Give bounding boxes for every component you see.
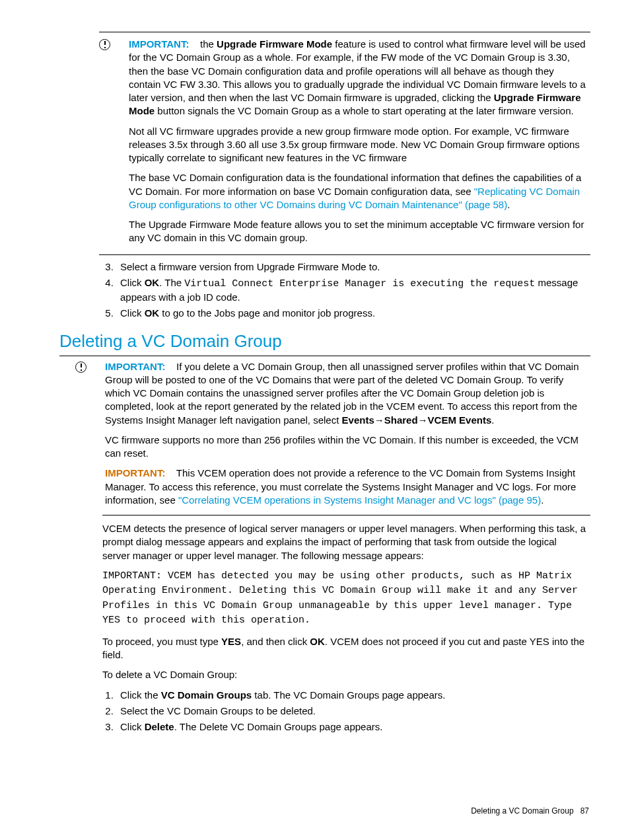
console-message: IMPORTANT: VCEM has detected you may be …: [102, 569, 586, 629]
important-label-orange: IMPORTANT:: [105, 467, 165, 478]
list-item: Select the VC Domain Groups to be delete…: [116, 705, 590, 718]
important-label: IMPORTANT:: [129, 38, 189, 50]
body-paragraph-1: VCEM detects the presence of logical ser…: [102, 522, 586, 562]
list-item: Click Delete. The Delete VC Domain Group…: [116, 720, 590, 734]
important-paragraph-2: Not all VC firmware upgrades provide a n…: [129, 125, 586, 165]
ordered-list-delete-steps: Click the VC Domain Groups tab. The VC D…: [59, 689, 590, 734]
delete-paragraph-1: IMPORTANT: If you delete a VC Domain Gro…: [105, 360, 586, 427]
delete-paragraph-2: VC firmware supports no more than 256 pr…: [105, 434, 586, 461]
list-item: Click OK to go to the Jobs page and moni…: [116, 307, 590, 320]
list-item: Click OK. The Virtual Connect Enterprise…: [116, 276, 590, 305]
list-item: Select a firmware version from Upgrade F…: [116, 260, 590, 274]
important-paragraph-1: IMPORTANT: the Upgrade Firmware Mode fea…: [129, 38, 586, 118]
link-correlating[interactable]: "Correlating VCEM operations in Systems …: [178, 494, 541, 506]
important-icon: [75, 362, 87, 373]
page-footer: Deleting a VC Domain Group 87: [471, 806, 589, 816]
important-icon: [99, 39, 110, 50]
important-label: IMPORTANT:: [105, 361, 165, 372]
important-block-delete: IMPORTANT: If you delete a VC Domain Gro…: [59, 360, 590, 510]
ordered-list-steps: Select a firmware version from Upgrade F…: [59, 260, 590, 321]
body-paragraph-2: To proceed, you must type YES, and then …: [102, 635, 586, 662]
important-paragraph-3: The base VC Domain configuration data is…: [129, 171, 586, 211]
body-block: VCEM detects the presence of logical ser…: [59, 522, 590, 682]
body-paragraph-3: To delete a VC Domain Group:: [102, 668, 586, 681]
important-block-firmware: IMPORTANT: the Upgrade Firmware Mode fea…: [59, 38, 590, 248]
page-number: 87: [580, 806, 589, 816]
delete-paragraph-3: IMPORTANT: This VCEM operation does not …: [105, 467, 586, 507]
footer-title: Deleting a VC Domain Group: [471, 806, 573, 816]
list-item: Click the VC Domain Groups tab. The VC D…: [116, 689, 590, 702]
important-paragraph-4: The Upgrade Firmware Mode feature allows…: [129, 218, 586, 245]
section-heading: Deleting a VC Domain Group: [59, 330, 590, 356]
